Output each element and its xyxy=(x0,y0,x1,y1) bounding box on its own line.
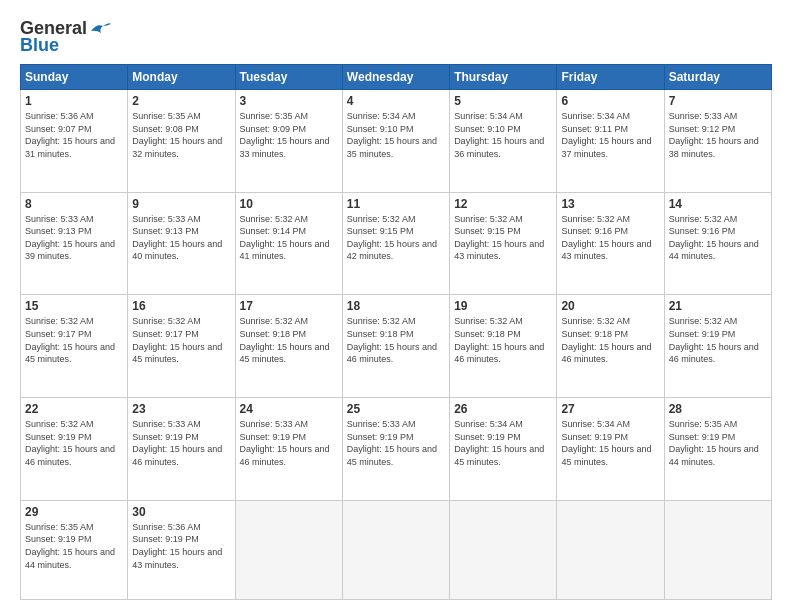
table-row: 2Sunrise: 5:35 AMSunset: 9:08 PMDaylight… xyxy=(128,90,235,193)
table-row: 9Sunrise: 5:33 AMSunset: 9:13 PMDaylight… xyxy=(128,192,235,295)
table-row: 21Sunrise: 5:32 AMSunset: 9:19 PMDayligh… xyxy=(664,295,771,398)
table-row: 29Sunrise: 5:35 AMSunset: 9:19 PMDayligh… xyxy=(21,500,128,599)
header: General Blue xyxy=(20,18,772,56)
col-tuesday: Tuesday xyxy=(235,65,342,90)
table-row: 25Sunrise: 5:33 AMSunset: 9:19 PMDayligh… xyxy=(342,398,449,501)
table-row: 16Sunrise: 5:32 AMSunset: 9:17 PMDayligh… xyxy=(128,295,235,398)
table-row: 17Sunrise: 5:32 AMSunset: 9:18 PMDayligh… xyxy=(235,295,342,398)
table-row: 28Sunrise: 5:35 AMSunset: 9:19 PMDayligh… xyxy=(664,398,771,501)
logo-bird-icon xyxy=(89,21,111,37)
table-row: 23Sunrise: 5:33 AMSunset: 9:19 PMDayligh… xyxy=(128,398,235,501)
table-row: 11Sunrise: 5:32 AMSunset: 9:15 PMDayligh… xyxy=(342,192,449,295)
table-row: 20Sunrise: 5:32 AMSunset: 9:18 PMDayligh… xyxy=(557,295,664,398)
page: General Blue Sunday Monday Tuesday Wedne… xyxy=(0,0,792,612)
table-row xyxy=(235,500,342,599)
calendar-header-row: Sunday Monday Tuesday Wednesday Thursday… xyxy=(21,65,772,90)
table-row: 5Sunrise: 5:34 AMSunset: 9:10 PMDaylight… xyxy=(450,90,557,193)
table-row: 27Sunrise: 5:34 AMSunset: 9:19 PMDayligh… xyxy=(557,398,664,501)
table-row: 22Sunrise: 5:32 AMSunset: 9:19 PMDayligh… xyxy=(21,398,128,501)
col-monday: Monday xyxy=(128,65,235,90)
table-row xyxy=(342,500,449,599)
col-thursday: Thursday xyxy=(450,65,557,90)
table-row xyxy=(557,500,664,599)
table-row: 8Sunrise: 5:33 AMSunset: 9:13 PMDaylight… xyxy=(21,192,128,295)
calendar-week-5: 29Sunrise: 5:35 AMSunset: 9:19 PMDayligh… xyxy=(21,500,772,599)
calendar-week-3: 15Sunrise: 5:32 AMSunset: 9:17 PMDayligh… xyxy=(21,295,772,398)
calendar-week-2: 8Sunrise: 5:33 AMSunset: 9:13 PMDaylight… xyxy=(21,192,772,295)
col-sunday: Sunday xyxy=(21,65,128,90)
col-saturday: Saturday xyxy=(664,65,771,90)
table-row xyxy=(664,500,771,599)
table-row: 24Sunrise: 5:33 AMSunset: 9:19 PMDayligh… xyxy=(235,398,342,501)
table-row: 3Sunrise: 5:35 AMSunset: 9:09 PMDaylight… xyxy=(235,90,342,193)
table-row: 1Sunrise: 5:36 AMSunset: 9:07 PMDaylight… xyxy=(21,90,128,193)
table-row: 30Sunrise: 5:36 AMSunset: 9:19 PMDayligh… xyxy=(128,500,235,599)
table-row: 4Sunrise: 5:34 AMSunset: 9:10 PMDaylight… xyxy=(342,90,449,193)
table-row: 7Sunrise: 5:33 AMSunset: 9:12 PMDaylight… xyxy=(664,90,771,193)
col-wednesday: Wednesday xyxy=(342,65,449,90)
table-row: 6Sunrise: 5:34 AMSunset: 9:11 PMDaylight… xyxy=(557,90,664,193)
table-row: 18Sunrise: 5:32 AMSunset: 9:18 PMDayligh… xyxy=(342,295,449,398)
table-row: 13Sunrise: 5:32 AMSunset: 9:16 PMDayligh… xyxy=(557,192,664,295)
calendar-week-1: 1Sunrise: 5:36 AMSunset: 9:07 PMDaylight… xyxy=(21,90,772,193)
logo: General Blue xyxy=(20,18,111,56)
calendar-week-4: 22Sunrise: 5:32 AMSunset: 9:19 PMDayligh… xyxy=(21,398,772,501)
table-row: 19Sunrise: 5:32 AMSunset: 9:18 PMDayligh… xyxy=(450,295,557,398)
table-row: 12Sunrise: 5:32 AMSunset: 9:15 PMDayligh… xyxy=(450,192,557,295)
calendar-table: Sunday Monday Tuesday Wednesday Thursday… xyxy=(20,64,772,600)
table-row: 14Sunrise: 5:32 AMSunset: 9:16 PMDayligh… xyxy=(664,192,771,295)
logo-blue-text: Blue xyxy=(20,35,59,56)
col-friday: Friday xyxy=(557,65,664,90)
table-row: 26Sunrise: 5:34 AMSunset: 9:19 PMDayligh… xyxy=(450,398,557,501)
table-row: 10Sunrise: 5:32 AMSunset: 9:14 PMDayligh… xyxy=(235,192,342,295)
table-row xyxy=(450,500,557,599)
table-row: 15Sunrise: 5:32 AMSunset: 9:17 PMDayligh… xyxy=(21,295,128,398)
